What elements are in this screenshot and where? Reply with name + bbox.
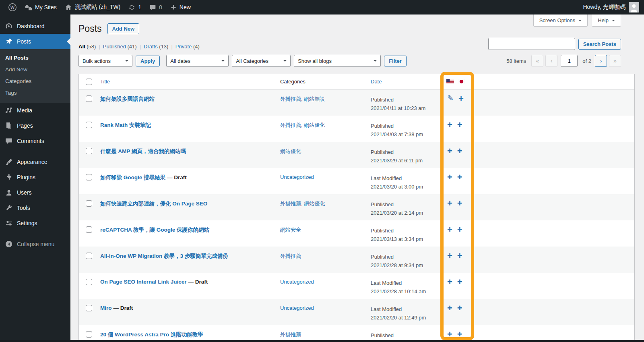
add-translation-icon[interactable]: +: [447, 225, 452, 234]
add-translation-icon[interactable]: +: [457, 199, 462, 208]
sidebar-item-media[interactable]: Media: [0, 103, 70, 118]
post-title-link[interactable]: 如何移除 Google 搜尋結果: [100, 174, 165, 180]
add-translation-icon[interactable]: +: [457, 330, 462, 339]
submenu-categories[interactable]: Categories: [0, 75, 70, 87]
row-checkbox[interactable]: [86, 174, 92, 180]
add-translation-icon[interactable]: +: [447, 147, 452, 155]
sidebar-item-plugins[interactable]: Plugins: [0, 170, 70, 185]
add-translation-icon[interactable]: +: [458, 94, 464, 103]
row-checkbox[interactable]: [86, 226, 92, 233]
first-page-button: «: [531, 55, 543, 67]
apply-button[interactable]: Apply: [136, 56, 160, 66]
sidebar-item-posts[interactable]: Posts: [0, 34, 70, 49]
category-links[interactable]: 網站安全: [280, 227, 301, 233]
blogs-filter-select[interactable]: Show all blogs: [294, 55, 381, 67]
submenu-all-posts[interactable]: All Posts: [0, 52, 70, 64]
row-checkbox[interactable]: [86, 305, 92, 311]
next-page-button[interactable]: ›: [595, 55, 607, 67]
category-links[interactable]: Uncategorized: [280, 305, 314, 311]
category-links[interactable]: 外掛推薦, 網站優化: [280, 201, 325, 207]
select-all-checkbox[interactable]: [86, 79, 92, 85]
bulk-actions-select[interactable]: Bulk actions: [78, 55, 132, 67]
add-translation-icon[interactable]: +: [457, 225, 462, 234]
category-links[interactable]: Uncategorized: [280, 174, 314, 180]
wordpress-logo-icon[interactable]: W: [4, 0, 21, 15]
current-page-input[interactable]: [561, 55, 578, 67]
post-title-link[interactable]: All-in-One WP Migration 教學，3 步驟簡單完成備份: [100, 253, 228, 259]
sidebar-item-comments[interactable]: Comments: [0, 133, 70, 149]
sidebar-item-appearance[interactable]: Appearance: [0, 154, 70, 170]
row-checkbox[interactable]: [86, 95, 92, 102]
add-translation-icon[interactable]: +: [457, 304, 462, 313]
post-title-link[interactable]: 如何快速建立內部連結，優化 On Page SEO: [100, 201, 207, 207]
row-checkbox[interactable]: [86, 331, 92, 338]
post-title-link[interactable]: 如何架設多國語言網站: [100, 96, 155, 102]
translation-actions: ++: [441, 247, 475, 273]
view-private[interactable]: Private (4): [175, 44, 200, 50]
categories-filter-select[interactable]: All Categories: [232, 55, 291, 67]
add-translation-icon[interactable]: +: [457, 120, 462, 129]
view-all[interactable]: All (58): [78, 44, 96, 50]
view-drafts[interactable]: Drafts (13): [144, 44, 168, 50]
dates-filter-select[interactable]: All dates: [166, 55, 229, 67]
add-translation-icon[interactable]: +: [447, 199, 452, 208]
sidebar-item-pages[interactable]: Pages: [0, 118, 70, 133]
chevron-down-icon: [612, 20, 615, 23]
category-links[interactable]: 外掛推薦: [280, 253, 301, 259]
add-translation-icon[interactable]: +: [457, 147, 462, 155]
comments-icon: [5, 137, 13, 145]
sidebar-item-users[interactable]: Users: [0, 185, 70, 200]
row-checkbox[interactable]: [86, 148, 92, 154]
filter-button[interactable]: Filter: [384, 56, 407, 66]
category-links[interactable]: 外掛推薦, 網站優化: [280, 122, 325, 128]
sidebar-item-dashboard[interactable]: Dashboard: [0, 19, 70, 34]
row-checkbox[interactable]: [86, 253, 92, 259]
collapse-menu-button[interactable]: Collapse menu: [0, 236, 70, 252]
sidebar-item-tools[interactable]: Tools: [0, 200, 70, 216]
add-translation-icon[interactable]: +: [447, 330, 452, 339]
submenu-tags[interactable]: Tags: [0, 87, 70, 99]
row-checkbox[interactable]: [86, 200, 92, 207]
add-translation-icon[interactable]: +: [447, 278, 452, 286]
row-checkbox[interactable]: [86, 279, 92, 285]
search-posts-input[interactable]: [488, 38, 575, 50]
my-sites-menu[interactable]: My Sites: [21, 0, 61, 15]
add-translation-icon[interactable]: +: [457, 278, 462, 286]
post-title-link[interactable]: On Page SEO Internal Link Juicer: [100, 279, 187, 285]
post-title-link[interactable]: 20 個 WordPress Astra Pro 進階功能教學: [100, 332, 203, 338]
post-status: Published: [371, 148, 437, 156]
screen-options-tab[interactable]: Screen Options: [533, 15, 588, 27]
row-checkbox[interactable]: [86, 122, 92, 128]
sidebar-item-settings[interactable]: Settings: [0, 216, 70, 231]
post-title-link[interactable]: Rank Math 安裝筆記: [100, 122, 151, 128]
column-header-date[interactable]: Date: [371, 79, 382, 85]
add-new-button[interactable]: Add New: [107, 23, 140, 34]
category-links[interactable]: 外掛推薦, 網站架設: [280, 96, 325, 102]
add-translation-icon[interactable]: +: [447, 120, 452, 129]
category-links[interactable]: Uncategorized: [280, 279, 314, 285]
post-title-link[interactable]: Miro: [100, 305, 112, 311]
post-title-link[interactable]: 什麼是 AMP 網頁，適合我的網站嗎: [100, 148, 186, 154]
add-translation-icon[interactable]: +: [457, 251, 462, 260]
post-title-link[interactable]: reCAPTCHA 教學，讓 Google 保護你的網站: [100, 227, 209, 233]
add-translation-icon[interactable]: +: [457, 173, 462, 182]
new-content-menu[interactable]: New: [166, 0, 195, 15]
edit-pencil-icon[interactable]: ✎: [447, 94, 454, 102]
comments-menu[interactable]: 0: [145, 0, 166, 15]
table-header-row: Title Categories Date: [79, 74, 634, 89]
search-posts-button[interactable]: Search Posts: [578, 39, 621, 50]
howdy-account-menu[interactable]: Howdy, 光輝咖碼: [583, 4, 625, 11]
add-translation-icon[interactable]: +: [447, 251, 452, 260]
submenu-add-new[interactable]: Add New: [0, 64, 70, 75]
add-translation-icon[interactable]: +: [447, 304, 452, 313]
help-tab[interactable]: Help: [592, 15, 621, 27]
user-avatar[interactable]: [629, 2, 639, 12]
category-links[interactable]: 網站優化: [280, 148, 301, 154]
view-published[interactable]: Published (41): [103, 44, 137, 50]
site-name-menu[interactable]: 測試網站 (zh_TW): [61, 0, 125, 15]
updates-menu[interactable]: 1: [124, 0, 145, 15]
category-links[interactable]: 外掛推薦: [280, 332, 301, 338]
post-status: Published: [371, 200, 437, 209]
add-translation-icon[interactable]: +: [447, 173, 452, 182]
column-header-title[interactable]: Title: [100, 79, 110, 85]
